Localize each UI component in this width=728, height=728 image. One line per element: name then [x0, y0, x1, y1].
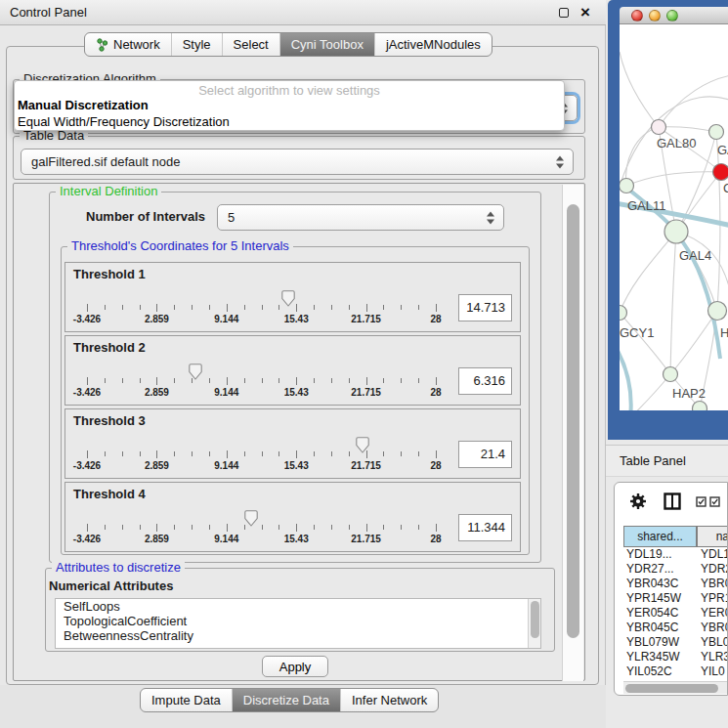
- numerical-attributes-list[interactable]: SelfLoopsTopologicalCoefficientBetweenne…: [55, 598, 541, 649]
- threshold-label: Threshold 1: [73, 267, 146, 281]
- slider-tick: [209, 378, 210, 383]
- num-intervals-spinner[interactable]: 5: [217, 204, 504, 231]
- table-row[interactable]: YBL079WYBL0: [623, 635, 727, 650]
- tab-discretize-data[interactable]: Discretize Data: [232, 689, 340, 711]
- bottom-tab-bar: Impute Data Discretize Data Infer Networ…: [140, 688, 439, 712]
- numerical-attribute-item[interactable]: TopologicalCoefficient: [56, 614, 540, 628]
- slider-tick: [278, 378, 279, 383]
- horizontal-scrollbar[interactable]: [623, 681, 727, 694]
- threshold-label: Threshold 4: [73, 487, 146, 501]
- tab-jactivemnodules[interactable]: jActiveMNodules: [374, 33, 492, 56]
- slider-tick: [122, 525, 123, 530]
- slider-tick: [314, 525, 315, 530]
- network-edge: [670, 311, 717, 374]
- slider-handle[interactable]: [189, 364, 202, 380]
- threshold-slider[interactable]: -3.4262.8599.14415.4321.71528: [87, 437, 436, 472]
- threshold-value-field[interactable]: 21.4: [458, 441, 512, 468]
- control-panel: Control Panel × Network Style Select Cyn…: [0, 0, 606, 728]
- network-view-canvas[interactable]: GAL80GACGAL11GAL4GCY1HHAP2: [620, 24, 728, 410]
- tab-cyni-toolbox[interactable]: Cyni Toolbox: [279, 33, 374, 56]
- zoom-traffic-light-icon[interactable]: [666, 10, 678, 21]
- gear-icon[interactable]: [629, 492, 647, 510]
- attributes-group-title: Attributes to discretize: [52, 560, 185, 575]
- table-row[interactable]: YDL19...YDL1: [623, 547, 727, 562]
- horizontal-scrollbar-thumb[interactable]: [625, 684, 718, 693]
- numerical-attribute-item[interactable]: SelfLoops: [56, 599, 540, 614]
- minimize-traffic-light-icon[interactable]: [649, 10, 661, 21]
- network-edge: [620, 232, 676, 313]
- list-scrollbar-thumb[interactable]: [531, 601, 539, 638]
- slider-tick: [140, 525, 141, 530]
- table-row[interactable]: YPR145WYPR1: [623, 591, 727, 606]
- checkbox-icon[interactable]: [696, 496, 707, 507]
- tab-infer-network[interactable]: Infer Network: [340, 689, 438, 711]
- tab-impute-data[interactable]: Impute Data: [141, 689, 232, 711]
- threshold-slider[interactable]: -3.4262.8599.14415.4321.71528: [87, 364, 436, 399]
- control-panel-titlebar: Control Panel ×: [0, 0, 606, 25]
- threshold-value-field[interactable]: 14.713: [458, 294, 512, 321]
- threshold-value-field[interactable]: 11.344: [458, 514, 512, 541]
- node-table-panel: shared... na YDL19...YDL1YDR27...YDR2YBR…: [614, 482, 728, 696]
- node-top-right[interactable]: [709, 125, 724, 140]
- node-gal80-neighbor[interactable]: [652, 120, 666, 135]
- numerical-attribute-item[interactable]: BetweennessCentrality: [56, 628, 540, 643]
- threshold-value-field[interactable]: 6.316: [458, 367, 512, 395]
- slider-tick: [122, 378, 123, 383]
- dropdown-option-equal-width[interactable]: Equal Width/Frequency Discretization: [18, 114, 230, 129]
- checkbox-icon[interactable]: [709, 496, 720, 507]
- network-edge: [659, 127, 716, 132]
- table-row[interactable]: YIL052CYIL0: [623, 664, 727, 679]
- slider-tick: [227, 450, 228, 458]
- network-node-label: H: [720, 325, 728, 340]
- tab-select[interactable]: Select: [222, 33, 279, 56]
- table-row[interactable]: YBR043CYBR0: [623, 577, 727, 591]
- node-gcy1[interactable]: [620, 306, 627, 321]
- node-bottom[interactable]: [693, 402, 707, 411]
- slider-tick-label: 21.715: [351, 387, 381, 398]
- column-header-shared-name[interactable]: shared...: [623, 526, 697, 547]
- network-node-label: GCY1: [620, 325, 654, 340]
- slider-tick: [174, 305, 175, 310]
- table-data-combobox[interactable]: galFiltered.sif default node: [21, 149, 574, 175]
- slider-tick: [278, 525, 279, 530]
- tab-style[interactable]: Style: [171, 33, 222, 56]
- table-row[interactable]: YER054CYER0: [623, 606, 727, 621]
- slider-tick: [244, 305, 245, 310]
- node-red[interactable]: [713, 164, 728, 181]
- table-row[interactable]: YBR045CYBR0: [623, 621, 727, 635]
- threshold-slider[interactable]: -3.4262.8599.14415.4321.71528: [87, 290, 436, 325]
- float-window-icon[interactable]: [559, 8, 569, 18]
- top-tab-bar: Network Style Select Cyni Toolbox jActiv…: [84, 32, 492, 57]
- cell-shared-name: YER054C: [626, 606, 697, 621]
- slider-tick: [401, 451, 402, 456]
- apply-button[interactable]: Apply: [262, 656, 328, 677]
- table-row[interactable]: YLR345WYLR3: [623, 650, 727, 664]
- slider-handle[interactable]: [356, 437, 369, 453]
- slider-handle[interactable]: [281, 290, 295, 307]
- split-columns-icon[interactable]: [664, 492, 681, 510]
- cell-name: YER0: [701, 606, 727, 621]
- tab-network[interactable]: Network: [85, 33, 171, 56]
- slider-tick: [383, 525, 384, 530]
- slider-tick: [383, 378, 384, 383]
- vertical-scrollbar-thumb[interactable]: [567, 204, 579, 638]
- column-header-name[interactable]: na: [697, 526, 728, 547]
- dropdown-option-manual[interactable]: Manual Discretization: [18, 98, 149, 112]
- table-row[interactable]: YDR27...YDR2: [623, 562, 727, 577]
- node-gal11[interactable]: [620, 179, 634, 193]
- slider-tick: [401, 378, 402, 383]
- slider-tick-label: 9.144: [214, 314, 238, 324]
- slider-tick: [296, 377, 297, 385]
- list-scrollbar[interactable]: [528, 599, 540, 648]
- node-gal4[interactable]: [664, 220, 688, 243]
- close-traffic-light-icon[interactable]: [631, 10, 643, 21]
- slider-tick: [174, 525, 175, 530]
- num-intervals-label: Number of Intervals: [86, 209, 205, 224]
- node-right-mid[interactable]: [708, 302, 727, 321]
- vertical-scrollbar[interactable]: [562, 185, 583, 681]
- cell-shared-name: YPR145W: [626, 591, 697, 606]
- slider-handle[interactable]: [244, 510, 258, 527]
- close-icon[interactable]: ×: [580, 1, 590, 24]
- threshold-slider[interactable]: -3.4262.8599.14415.4321.71528: [87, 510, 436, 545]
- node-hap2[interactable]: [664, 367, 678, 382]
